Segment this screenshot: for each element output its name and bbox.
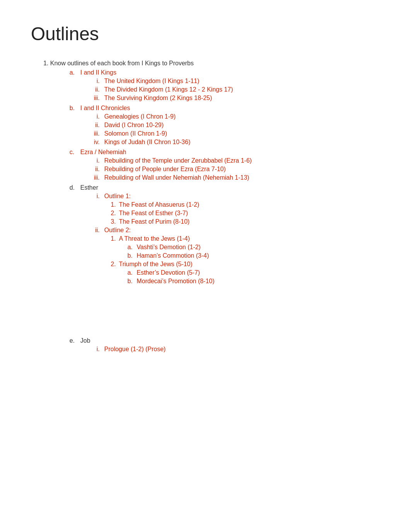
- roman-text-d-i: Outline 1:: [104, 193, 130, 200]
- roman-text-a-iii: The Surviving Kingdom (2 Kings 18-25): [104, 95, 212, 102]
- roman-text-c-ii: Rebuilding of People under Ezra (Ezra 7-…: [104, 166, 226, 173]
- alpha-prefix-b: b.: [69, 105, 80, 112]
- sub-alpha-d-ii-1-b: b. Haman’s Commotion (3-4): [127, 252, 379, 259]
- main-list: Know outlines of each book from I Kings …: [39, 60, 379, 353]
- num-text-d-ii-2: Triumph of the Jews (5-10): [119, 261, 193, 268]
- roman-list-e: i. Prologue (1-2) (Prose): [69, 346, 379, 353]
- roman-item-c-iii: iii. Rebuilding of Wall under Nehemiah (…: [89, 174, 379, 181]
- sub-alpha-text-d-ii-1-b: Haman’s Commotion (3-4): [137, 252, 209, 259]
- alpha-item-b-row: b. I and II Chronicles: [69, 105, 379, 112]
- sub-alpha-d-ii-1-a: a. Vashti’s Demotion (1-2): [127, 244, 379, 251]
- roman-text-c-iii: Rebuilding of Wall under Nehemiah (Nehem…: [104, 174, 249, 181]
- roman-prefix-e-i: i.: [89, 346, 104, 353]
- roman-item-e-i: i. Prologue (1-2) (Prose): [89, 346, 379, 353]
- roman-text-c-i: Rebuilding of the Temple under Zerubbabe…: [104, 157, 252, 164]
- roman-list-d: i. Outline 1: 1. The Feast of Ahasuerus …: [69, 193, 379, 285]
- roman-prefix-a-i: i.: [89, 78, 104, 85]
- alpha-label-e: Job: [80, 337, 90, 344]
- sub-alpha-prefix-d-ii-1-b: b.: [127, 252, 137, 259]
- sub-alpha-d-ii-2: a. Esther’s Devotion (5-7) b. Mordecai’s: [108, 269, 379, 285]
- roman-prefix-c-i: i.: [89, 157, 104, 164]
- sub-alpha-d-ii-2-a: a. Esther’s Devotion (5-7): [127, 269, 379, 276]
- num-prefix-d-i-1: 1.: [108, 201, 119, 208]
- alpha-prefix-d: d.: [69, 184, 80, 191]
- sub-alpha-prefix-d-ii-2-b: b.: [127, 278, 137, 285]
- roman-prefix-c-iii: iii.: [89, 174, 104, 181]
- main-item-1-text: Know outlines of each book from I Kings …: [50, 60, 194, 66]
- roman-item-b-iv: iv. Kings of Judah (II Chron 10-36): [89, 139, 379, 146]
- roman-text-d-ii: Outline 2:: [104, 227, 130, 234]
- num-text-d-i-3: The Feast of Purim (8-10): [119, 218, 190, 225]
- alpha-item-b: b. I and II Chronicles i. Genealogies (I…: [69, 105, 379, 146]
- roman-prefix-b-iii: iii.: [89, 130, 104, 137]
- alpha-prefix-c: c.: [69, 149, 80, 156]
- roman-item-c-ii: ii. Rebuilding of People under Ezra (Ezr…: [89, 166, 379, 173]
- numeric-d-ii-2: 2. Triumph of the Jews (5-10) a. Esther’…: [108, 261, 379, 285]
- main-list-item-1: Know outlines of each book from I Kings …: [50, 60, 379, 353]
- alpha-item-a: a. I and II Kings i. The United Kingdom …: [69, 69, 379, 102]
- sub-alpha-prefix-d-ii-2-a: a.: [127, 269, 137, 276]
- outline-root: Know outlines of each book from I Kings …: [31, 60, 379, 353]
- roman-prefix-b-i: i.: [89, 113, 104, 120]
- roman-text-b-iv: Kings of Judah (II Chron 10-36): [104, 139, 190, 146]
- numeric-d-i-1: 1. The Feast of Ahasuerus (1-2): [108, 201, 379, 208]
- numeric-d-ii-1: 1. A Threat to the Jews (1-4) a. Vashti’…: [108, 235, 379, 259]
- roman-list-b: i. Genealogies (I Chron 1-9) ii. David (…: [69, 113, 379, 146]
- num-prefix-d-i-3: 3.: [108, 218, 119, 225]
- roman-item-b-i: i. Genealogies (I Chron 1-9): [89, 113, 379, 120]
- roman-text-b-iii: Solomon (II Chron 1-9): [104, 130, 167, 137]
- num-text-d-ii-1: A Threat to the Jews (1-4): [119, 235, 190, 242]
- alpha-label-d: Esther: [80, 184, 98, 191]
- alpha-label-b: I and II Chronicles: [80, 105, 130, 112]
- roman-prefix-b-ii: ii.: [89, 122, 104, 129]
- roman-item-a-i: i. The United Kingdom (I Kings 1-11): [89, 78, 379, 85]
- sub-alpha-d-ii-1: a. Vashti’s Demotion (1-2) b. Haman’s Co: [108, 244, 379, 259]
- roman-text-b-ii: David (I Chron 10-29): [104, 122, 164, 129]
- roman-prefix-d-i: i.: [89, 193, 104, 200]
- roman-prefix-d-ii: ii.: [89, 227, 104, 234]
- numeric-d-i-3: 3. The Feast of Purim (8-10): [108, 218, 379, 225]
- alpha-list: a. I and II Kings i. The United Kingdom …: [50, 69, 379, 353]
- alpha-item-e: e. Job i. Prologue (1-2) (Prose): [69, 337, 379, 353]
- numeric-list-d-i: 1. The Feast of Ahasuerus (1-2) 2. The F…: [89, 201, 379, 225]
- sub-alpha-prefix-d-ii-1-a: a.: [127, 244, 137, 251]
- alpha-item-c-row: c. Ezra / Nehemiah: [69, 149, 379, 156]
- numeric-list-d-ii: 1. A Threat to the Jews (1-4) a. Vashti’…: [89, 235, 379, 285]
- roman-item-a-iii: iii. The Surviving Kingdom (2 Kings 18-2…: [89, 95, 379, 102]
- roman-text-a-i: The United Kingdom (I Kings 1-11): [104, 78, 199, 85]
- alpha-label-c: Ezra / Nehemiah: [80, 149, 126, 156]
- roman-prefix-b-iv: iv.: [89, 139, 104, 146]
- roman-text-b-i: Genealogies (I Chron 1-9): [104, 113, 176, 120]
- roman-prefix-c-ii: ii.: [89, 166, 104, 173]
- roman-list-c: i. Rebuilding of the Temple under Zerubb…: [69, 157, 379, 181]
- num-prefix-d-i-2: 2.: [108, 210, 119, 217]
- roman-item-c-i: i. Rebuilding of the Temple under Zerubb…: [89, 157, 379, 164]
- page-title: Outlines: [31, 23, 379, 44]
- num-text-d-i-2: The Feast of Esther (3-7): [119, 210, 188, 217]
- roman-prefix-a-ii: ii.: [89, 86, 104, 93]
- alpha-item-d-row: d. Esther: [69, 184, 379, 191]
- roman-item-a-ii: ii. The Divided Kingdom (1 Kings 12 - 2 …: [89, 86, 379, 93]
- roman-item-b-ii: ii. David (I Chron 10-29): [89, 122, 379, 129]
- roman-list-a: i. The United Kingdom (I Kings 1-11) ii.…: [69, 78, 379, 102]
- roman-item-d-ii: ii. Outline 2: 1. A Threat to the Jews (…: [89, 227, 379, 285]
- numeric-d-i-2: 2. The Feast of Esther (3-7): [108, 210, 379, 217]
- roman-item-d-i: i. Outline 1: 1. The Feast of Ahasuerus …: [89, 193, 379, 225]
- sub-alpha-text-d-ii-2-a: Esther’s Devotion (5-7): [137, 269, 200, 276]
- sub-alpha-d-ii-2-b: b. Mordecai’s Promotion (8-10): [127, 278, 379, 285]
- alpha-item-d: d. Esther i. Outline 1:: [69, 184, 379, 285]
- alpha-prefix-e: e.: [69, 337, 80, 344]
- spacer: [69, 288, 379, 334]
- roman-text-a-ii: The Divided Kingdom (1 Kings 12 - 2 King…: [104, 86, 233, 93]
- sub-alpha-text-d-ii-1-a: Vashti’s Demotion (1-2): [137, 244, 201, 251]
- alpha-prefix-a: a.: [69, 69, 80, 76]
- alpha-item-c: c. Ezra / Nehemiah i. Rebuilding of the …: [69, 149, 379, 181]
- alpha-item-e-row: e. Job: [69, 337, 379, 344]
- num-prefix-d-ii-1: 1.: [108, 235, 119, 242]
- alpha-item-a-row: a. I and II Kings: [69, 69, 379, 76]
- sub-alpha-text-d-ii-2-b: Mordecai’s Promotion (8-10): [137, 278, 215, 285]
- roman-text-e-i: Prologue (1-2) (Prose): [104, 346, 166, 353]
- roman-item-b-iii: iii. Solomon (II Chron 1-9): [89, 130, 379, 137]
- num-prefix-d-ii-2: 2.: [108, 261, 119, 268]
- num-text-d-i-1: The Feast of Ahasuerus (1-2): [119, 201, 199, 208]
